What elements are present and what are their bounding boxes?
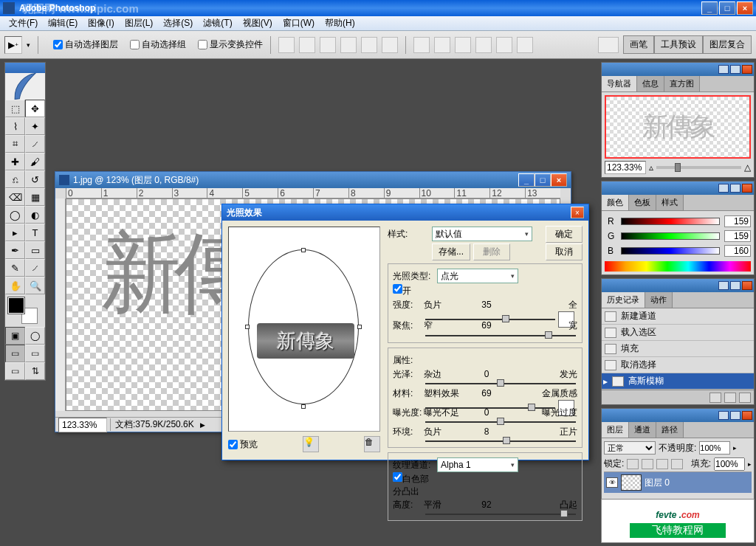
align-hcenter-icon[interactable] — [361, 37, 377, 53]
slice-tool[interactable]: ⟋ — [25, 135, 45, 153]
panel-close-icon[interactable] — [742, 281, 752, 290]
history-item[interactable]: 填充 — [602, 341, 754, 357]
lasso-tool[interactable]: ⌇ — [5, 117, 25, 135]
brush-tool[interactable]: 🖌 — [25, 153, 45, 170]
palette-tab-presets[interactable]: 工具预设 — [654, 35, 703, 54]
cancel-button[interactable]: 取消 — [546, 243, 583, 260]
gradient-tool[interactable]: ▦ — [25, 188, 45, 206]
fill-input[interactable] — [714, 457, 745, 471]
layer-visibility-icon[interactable]: 👁 — [606, 477, 618, 488]
palette-tab-layercomps[interactable]: 图层复合 — [703, 35, 752, 54]
menu-filter[interactable]: 滤镜(T) — [199, 15, 236, 31]
panel-min-icon[interactable] — [718, 411, 729, 420]
history-delete-icon[interactable] — [739, 393, 751, 403]
toolbox-header[interactable] — [5, 63, 45, 73]
ambience-slider[interactable] — [425, 440, 576, 442]
hand-tool[interactable]: ✋ — [5, 277, 25, 294]
panel-max-icon[interactable] — [730, 184, 740, 193]
save-style-button[interactable]: 存储... — [432, 243, 470, 260]
stamp-tool[interactable]: ⎌ — [5, 170, 25, 188]
quickmask-mode-button[interactable]: ◯ — [25, 327, 45, 345]
menu-edit[interactable]: 编辑(E) — [44, 15, 82, 31]
light-on-checkbox[interactable]: 开 — [393, 284, 434, 297]
menu-select[interactable]: 选择(S) — [159, 15, 197, 31]
b-input[interactable] — [724, 245, 751, 257]
distribute-top-icon[interactable] — [413, 37, 430, 53]
zoom-field[interactable]: 123.33% — [58, 418, 107, 432]
panel-close-icon[interactable] — [742, 184, 752, 193]
texture-channel-dropdown[interactable]: Alpha 1▾ — [437, 457, 518, 472]
lock-pixels-icon[interactable] — [642, 459, 653, 469]
align-left-icon[interactable] — [340, 37, 357, 53]
panel-max-icon[interactable] — [730, 65, 740, 74]
wand-tool[interactable]: ✦ — [25, 117, 45, 135]
r-slider[interactable] — [621, 218, 720, 225]
zoom-tool[interactable]: 🔍 — [25, 277, 45, 294]
distribute-vcenter-icon[interactable] — [434, 37, 450, 53]
jump-to-button[interactable]: ⇅ — [25, 362, 45, 380]
g-slider[interactable] — [621, 232, 720, 240]
eraser-tool[interactable]: ⌫ — [5, 188, 25, 206]
menu-view[interactable]: 视图(V) — [238, 15, 277, 31]
intensity-slider[interactable] — [425, 319, 555, 320]
menu-file[interactable]: 文件(F) — [4, 15, 42, 31]
doc-size-info[interactable]: 文档:375.9K/250.6K — [110, 418, 199, 431]
tab-channels[interactable]: 通道 — [629, 422, 656, 438]
menu-image[interactable]: 图像(I) — [83, 15, 118, 31]
navigator-zoom-field[interactable]: 123.33% — [605, 161, 646, 174]
zoom-out-icon[interactable]: ▵ — [649, 162, 653, 173]
light-handle[interactable] — [357, 325, 362, 329]
workspace-icon[interactable] — [598, 37, 619, 53]
lightbulb-icon[interactable]: 💡 — [303, 436, 319, 452]
screen-standard-button[interactable]: ▭ — [5, 345, 25, 362]
r-input[interactable] — [724, 215, 751, 227]
align-bottom-icon[interactable] — [320, 37, 336, 53]
history-brush-tool[interactable]: ↺ — [25, 170, 45, 188]
navigator-zoom-slider[interactable] — [656, 166, 741, 169]
ok-button[interactable]: 确定 — [546, 226, 583, 243]
distribute-bottom-icon[interactable] — [455, 37, 471, 53]
layer-name[interactable]: 图层 0 — [645, 477, 670, 489]
eyedropper-tool[interactable]: ⟋ — [25, 259, 45, 277]
menu-window[interactable]: 窗口(W) — [278, 15, 319, 31]
tab-paths[interactable]: 路径 — [656, 422, 684, 438]
light-handle[interactable] — [245, 325, 250, 329]
panel-min-icon[interactable] — [718, 281, 729, 290]
path-select-tool[interactable]: ▸ — [5, 224, 25, 241]
opacity-input[interactable] — [699, 441, 730, 455]
zoom-in-icon[interactable]: △ — [744, 162, 751, 173]
doc-minimize-button[interactable]: _ — [518, 173, 535, 187]
dialog-close-button[interactable]: × — [571, 207, 584, 218]
history-item[interactable]: 新建通道 — [602, 308, 754, 325]
tab-color[interactable]: 颜色 — [602, 195, 629, 210]
tab-info[interactable]: 信息 — [637, 76, 664, 91]
document-titlebar[interactable]: 1.jpg @ 123% (图层 0, RGB/8#) _ □ × — [55, 172, 571, 188]
doc-close-button[interactable]: × — [551, 173, 567, 187]
distribute-right-icon[interactable] — [517, 37, 533, 53]
history-item[interactable]: 取消选择 — [602, 357, 754, 373]
type-tool[interactable]: T — [25, 224, 45, 241]
height-slider[interactable] — [425, 514, 576, 515]
lock-position-icon[interactable] — [656, 459, 668, 469]
move-tool-indicator[interactable]: ▶+ — [4, 36, 22, 54]
distribute-hcenter-icon[interactable] — [496, 37, 512, 53]
g-input[interactable] — [724, 230, 751, 242]
auto-select-layer-checkbox[interactable]: 自动选择图层 — [53, 38, 118, 51]
screen-full-button[interactable]: ▭ — [5, 362, 25, 380]
palette-tab-brushes[interactable]: 画笔 — [623, 35, 654, 54]
pen-tool[interactable]: ✒ — [5, 241, 25, 259]
dodge-tool[interactable]: ◐ — [25, 206, 45, 224]
b-slider[interactable] — [621, 247, 720, 255]
tab-swatches[interactable]: 色板 — [629, 195, 656, 210]
tab-navigator[interactable]: 导航器 — [602, 76, 637, 91]
preview-checkbox[interactable]: 预览 — [228, 438, 258, 451]
lock-all-icon[interactable] — [671, 459, 683, 469]
standard-mode-button[interactable]: ▣ — [5, 327, 25, 345]
panel-close-icon[interactable] — [742, 65, 752, 74]
align-right-icon[interactable] — [382, 37, 398, 53]
tab-actions[interactable]: 动作 — [645, 292, 673, 308]
foreground-color-swatch[interactable] — [8, 297, 24, 314]
panel-max-icon[interactable] — [730, 281, 740, 290]
dialog-titlebar[interactable]: 光照效果 × — [222, 204, 588, 221]
exposure-slider[interactable] — [425, 421, 576, 423]
